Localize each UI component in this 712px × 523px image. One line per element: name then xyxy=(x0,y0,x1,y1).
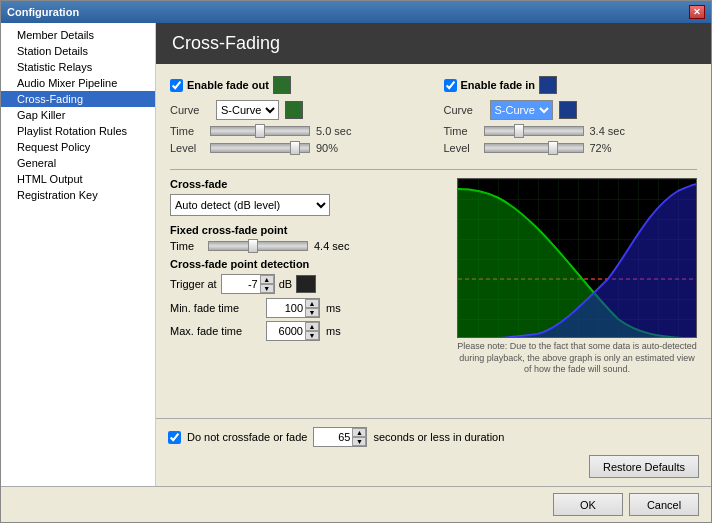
max-fade-label: Max. fade time xyxy=(170,325,260,337)
sidebar-item-audio-mixer-pipeline[interactable]: Audio Mixer Pipeline xyxy=(1,75,155,91)
max-fade-spinbox: ▲ ▼ xyxy=(266,321,320,341)
min-fade-unit: ms xyxy=(326,302,341,314)
fade-out-curve-label: Curve xyxy=(170,104,210,116)
section-divider xyxy=(170,169,697,170)
fade-out-col: Enable fade out Curve S-Curve Time xyxy=(170,76,424,159)
min-fade-up[interactable]: ▲ xyxy=(305,299,319,308)
max-fade-input[interactable] xyxy=(267,322,305,340)
fade-out-color-swatch xyxy=(273,76,291,94)
trigger-spinbox: ▲ ▼ xyxy=(221,274,275,294)
detection-section: Cross-fade point detection Trigger at ▲ … xyxy=(170,258,445,341)
panel-title: Cross-Fading xyxy=(156,23,711,64)
fade-out-level-row: Level 90% xyxy=(170,142,424,154)
duration-up[interactable]: ▲ xyxy=(352,428,366,437)
min-fade-row: Min. fade time ▲ ▼ ms xyxy=(170,298,445,318)
restore-button-row: Restore Defaults xyxy=(168,455,699,478)
cancel-button[interactable]: Cancel xyxy=(629,493,699,516)
fade-in-level-slider-container: 72% xyxy=(484,142,698,154)
max-fade-row: Max. fade time ▲ ▼ ms xyxy=(170,321,445,341)
fade-out-level-slider[interactable] xyxy=(210,143,310,153)
fade-in-time-value: 3.4 sec xyxy=(590,125,630,137)
fade-in-time-label: Time xyxy=(444,125,484,137)
main-window: Configuration ✕ Member DetailsStation De… xyxy=(0,0,712,523)
detection-label: Cross-fade point detection xyxy=(170,258,445,270)
min-fade-arrows: ▲ ▼ xyxy=(305,299,319,317)
title-bar: Configuration ✕ xyxy=(1,1,711,23)
fade-out-curve-select[interactable]: S-Curve xyxy=(216,100,279,120)
main-panel: Cross-Fading Enable fade out Curve xyxy=(156,23,711,486)
fade-section: Enable fade out Curve S-Curve Time xyxy=(170,76,697,159)
crossfade-duration-row: Do not crossfade or fade ▲ ▼ seconds or … xyxy=(168,427,699,447)
fade-out-time-slider-container: 5.0 sec xyxy=(210,125,424,137)
trigger-up-arrow[interactable]: ▲ xyxy=(260,275,274,284)
fade-in-label: Enable fade in xyxy=(461,79,536,91)
duration-down[interactable]: ▼ xyxy=(352,437,366,446)
min-fade-input[interactable] xyxy=(267,299,305,317)
crossfade-dropdown-row: Auto detect (dB level) Fixed point Disab… xyxy=(170,194,445,216)
fade-in-time-row: Time 3.4 sec xyxy=(444,125,698,137)
trigger-arrows: ▲ ▼ xyxy=(260,275,274,293)
duration-label: Do not crossfade or fade xyxy=(187,431,307,443)
duration-input[interactable] xyxy=(314,428,352,446)
fade-in-col: Enable fade in Curve S-Curve Time xyxy=(444,76,698,159)
min-fade-down[interactable]: ▼ xyxy=(305,308,319,317)
sidebar-item-statistic-relays[interactable]: Statistic Relays xyxy=(1,59,155,75)
sidebar-item-cross-fading[interactable]: Cross-Fading xyxy=(1,91,155,107)
sidebar-item-playlist-rotation-rules[interactable]: Playlist Rotation Rules xyxy=(1,123,155,139)
max-fade-unit: ms xyxy=(326,325,341,337)
sidebar-item-general[interactable]: General xyxy=(1,155,155,171)
fade-in-level-row: Level 72% xyxy=(444,142,698,154)
controls-col: Cross-fade Auto detect (dB level) Fixed … xyxy=(170,178,445,376)
window-title: Configuration xyxy=(7,6,79,18)
fade-in-curve-select[interactable]: S-Curve xyxy=(490,100,553,120)
fade-in-time-slider-container: 3.4 sec xyxy=(484,125,698,137)
sidebar-item-member-details[interactable]: Member Details xyxy=(1,27,155,43)
sidebar: Member DetailsStation DetailsStatistic R… xyxy=(1,23,156,486)
fixed-time-slider[interactable] xyxy=(208,241,308,251)
max-fade-up[interactable]: ▲ xyxy=(305,322,319,331)
fade-in-color-swatch xyxy=(539,76,557,94)
duration-suffix: seconds or less in duration xyxy=(373,431,504,443)
sidebar-item-gap-killer[interactable]: Gap Killer xyxy=(1,107,155,123)
fade-out-time-slider[interactable] xyxy=(210,126,310,136)
fade-in-time-slider[interactable] xyxy=(484,126,584,136)
content-area: Member DetailsStation DetailsStatistic R… xyxy=(1,23,711,486)
crossfade-select[interactable]: Auto detect (dB level) Fixed point Disab… xyxy=(170,194,330,216)
trigger-db-swatch xyxy=(296,275,316,293)
crossfade-label: Cross-fade xyxy=(170,178,445,190)
restore-defaults-button[interactable]: Restore Defaults xyxy=(589,455,699,478)
fade-out-curve-row: Curve S-Curve xyxy=(170,100,424,120)
min-fade-spinbox: ▲ ▼ xyxy=(266,298,320,318)
fade-out-curve-swatch xyxy=(285,101,303,119)
fade-out-checkbox-row: Enable fade out xyxy=(170,76,424,94)
fixed-time-label: Time xyxy=(170,240,202,252)
trigger-down-arrow[interactable]: ▼ xyxy=(260,284,274,293)
trigger-label: Trigger at xyxy=(170,278,217,290)
duration-checkbox[interactable] xyxy=(168,431,181,444)
fade-in-level-slider[interactable] xyxy=(484,143,584,153)
close-button[interactable]: ✕ xyxy=(689,5,705,19)
lower-section: Cross-fade Auto detect (dB level) Fixed … xyxy=(170,178,697,376)
fade-in-checkbox[interactable] xyxy=(444,79,457,92)
ok-button[interactable]: OK xyxy=(553,493,623,516)
fade-in-level-value: 72% xyxy=(590,142,630,154)
trigger-row: Trigger at ▲ ▼ dB xyxy=(170,274,445,294)
fade-out-time-row: Time 5.0 sec xyxy=(170,125,424,137)
fade-out-time-label: Time xyxy=(170,125,210,137)
graph-canvas xyxy=(457,178,697,338)
graph-note: Please note: Due to the fact that some d… xyxy=(457,341,697,376)
fade-out-checkbox[interactable] xyxy=(170,79,183,92)
fade-in-curve-swatch xyxy=(559,101,577,119)
sidebar-item-html-output[interactable]: HTML Output xyxy=(1,171,155,187)
graph-svg xyxy=(458,179,697,338)
sidebar-item-request-policy[interactable]: Request Policy xyxy=(1,139,155,155)
duration-arrows: ▲ ▼ xyxy=(352,428,366,446)
footer-buttons: OK Cancel xyxy=(1,486,711,522)
max-fade-down[interactable]: ▼ xyxy=(305,331,319,340)
trigger-input[interactable] xyxy=(222,275,260,293)
sidebar-item-registration-key[interactable]: Registration Key xyxy=(1,187,155,203)
duration-spinbox: ▲ ▼ xyxy=(313,427,367,447)
graph-col: Please note: Due to the fact that some d… xyxy=(457,178,697,376)
fade-out-level-value: 90% xyxy=(316,142,356,154)
sidebar-item-station-details[interactable]: Station Details xyxy=(1,43,155,59)
